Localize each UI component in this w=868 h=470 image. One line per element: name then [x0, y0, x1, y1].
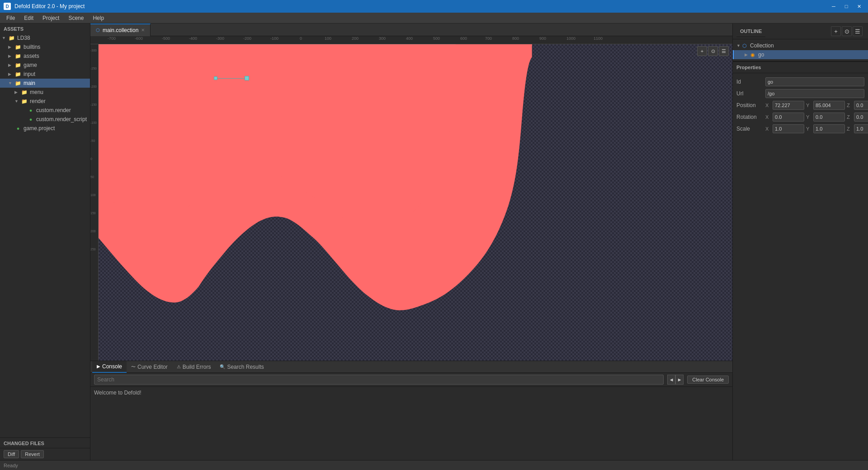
assets-header: Assets: [0, 24, 90, 33]
ruler-left: -300 -250 -200 -150 -100 -50 0 50 100 15…: [90, 44, 99, 361]
prop-row-position: Position X Y Z: [733, 99, 868, 111]
tab-curve-editor[interactable]: 〜 Curve Editor: [127, 361, 172, 373]
arrow-icon: ▶: [14, 90, 21, 94]
tree-item-game[interactable]: ▶ 📁 game: [0, 61, 90, 70]
tab-close-button[interactable]: ✕: [141, 28, 145, 33]
close-button[interactable]: ✕: [854, 2, 864, 10]
prop-rotation-label: Rotation: [736, 114, 764, 120]
expand-arrow: ▶: [745, 52, 749, 57]
tree-item-custom-render-script[interactable]: ▶ ● custom.render_script: [0, 115, 90, 124]
prop-position-y[interactable]: [813, 101, 845, 110]
arrow-icon: ▶: [8, 63, 14, 67]
expand-arrow: ▼: [736, 43, 741, 48]
app-icon: D: [4, 3, 11, 10]
gizmo-handle[interactable]: [214, 76, 217, 80]
menu-help[interactable]: Help: [88, 14, 108, 22]
tab-console[interactable]: ▶ Console: [92, 361, 127, 373]
search-icon: 🔍: [220, 364, 225, 369]
tree-item-builtins[interactable]: ▶ 📁 builtins: [0, 42, 90, 52]
folder-icon: 📁: [14, 61, 22, 69]
tree-item-custom-render[interactable]: ▶ ● custom.render: [0, 106, 90, 115]
tree-item-input[interactable]: ▶ 📁 input: [0, 70, 90, 79]
tree-label: custom.render_script: [36, 116, 87, 122]
ruler-top: -700 -600 -500 -400 -300 -200 -100 0 100…: [90, 36, 732, 44]
file-icon: ●: [27, 107, 34, 114]
viewport-add-button[interactable]: +: [697, 46, 707, 56]
prop-sx-label: X: [765, 126, 771, 132]
bottom-tabs: ▶ Console 〜 Curve Editor ⚠ Build Errors …: [90, 361, 732, 373]
prop-position-x[interactable]: [773, 101, 804, 110]
gizmo-endpoint[interactable]: [245, 76, 249, 80]
prop-ry-label: Y: [806, 114, 811, 120]
tree-item-main[interactable]: ▼ 📁 main: [0, 79, 90, 88]
go-icon: ◉: [749, 51, 756, 58]
folder-icon: 📁: [14, 70, 22, 78]
menu-project[interactable]: Project: [38, 14, 64, 22]
diff-button[interactable]: Diff: [4, 450, 19, 458]
outline-item-collection[interactable]: ▼ ⬡ Collection: [733, 41, 868, 50]
main-layout: Assets ▼ 📁 LD38 ▶ 📁 builtins ▶ 📁 assets …: [0, 24, 868, 460]
scene-canvas[interactable]: [99, 44, 732, 361]
prop-id-label: Id: [736, 79, 764, 85]
arrow-icon: ▶: [8, 54, 14, 58]
menu-edit[interactable]: Edit: [19, 14, 38, 22]
console-search-input[interactable]: [94, 375, 664, 385]
changed-files-section: Changed Files Diff Revert: [0, 433, 90, 460]
outline-item-go[interactable]: ▶ ◉ go: [733, 50, 868, 59]
console-next-button[interactable]: ►: [675, 375, 684, 385]
prop-scale-x[interactable]: [773, 124, 804, 133]
prop-position-z[interactable]: [854, 101, 868, 110]
prop-rotation-y[interactable]: [813, 113, 845, 122]
arrow-icon: ▼: [14, 99, 21, 103]
viewport-toolbar: + ⊙ ☰: [697, 46, 729, 56]
prop-rz-label: Z: [847, 114, 852, 120]
prop-url-input[interactable]: [765, 89, 864, 98]
maximize-button[interactable]: □: [841, 2, 852, 10]
tab-search-results[interactable]: 🔍 Search Results: [215, 361, 268, 373]
viewport-menu-button[interactable]: ☰: [719, 46, 729, 56]
tree-item-render[interactable]: ▼ 📁 render: [0, 97, 90, 106]
prop-url-label: Url: [736, 90, 764, 97]
outline-label: go: [758, 52, 764, 58]
viewport-center-button[interactable]: ⊙: [708, 46, 718, 56]
tree-item-game-project[interactable]: ▶ ● game.project: [0, 124, 90, 133]
outline-menu-button[interactable]: ☰: [853, 26, 863, 36]
tab-main-collection[interactable]: ⬡ main.collection ✕: [90, 24, 151, 36]
prop-rotation-z[interactable]: [854, 113, 868, 122]
tree-label: input: [24, 71, 35, 77]
folder-icon: 📁: [21, 89, 28, 96]
clear-console-button[interactable]: Clear Console: [687, 376, 729, 384]
tree-item-menu[interactable]: ▶ 📁 menu: [0, 88, 90, 97]
prop-rotation-x[interactable]: [773, 113, 804, 122]
viewport[interactable]: -700 -600 -500 -400 -300 -200 -100 0 100…: [90, 36, 732, 361]
prop-sy-label: Y: [806, 126, 811, 132]
folder-icon: 📁: [21, 98, 28, 105]
outline-center-button[interactable]: ⊙: [842, 26, 852, 36]
minimize-button[interactable]: ─: [828, 2, 839, 10]
revert-button[interactable]: Revert: [21, 450, 43, 458]
arrow-icon: ▼: [8, 81, 14, 85]
canvas-area[interactable]: [99, 44, 732, 361]
outline-add-button[interactable]: +: [831, 26, 841, 36]
outline-header-row: Outline + ⊙ ☰: [733, 24, 868, 39]
prop-scale-y[interactable]: [813, 124, 845, 133]
console-prev-button[interactable]: ◄: [667, 375, 675, 385]
tree-label: game: [24, 62, 37, 68]
prop-x-label: X: [765, 103, 771, 108]
tab-build-errors[interactable]: ⚠ Build Errors: [172, 361, 216, 373]
file-icon: ●: [14, 125, 22, 132]
console-nav: ◄ ►: [667, 375, 684, 385]
prop-id-input[interactable]: [765, 77, 864, 86]
outline-toolbar: + ⊙ ☰: [829, 25, 864, 37]
prop-scale-z[interactable]: [854, 124, 868, 133]
outline-header: Outline: [736, 26, 765, 37]
tree-item-LD38[interactable]: ▼ 📁 LD38: [0, 33, 90, 42]
menu-scene[interactable]: Scene: [64, 14, 88, 22]
prop-row-id: Id: [733, 76, 868, 88]
bottom-panel: ▶ Console 〜 Curve Editor ⚠ Build Errors …: [90, 361, 732, 460]
transform-gizmo[interactable]: [214, 74, 250, 83]
folder-icon: 📁: [14, 43, 22, 51]
prop-scale-label: Scale: [736, 126, 764, 132]
tree-item-assets[interactable]: ▶ 📁 assets: [0, 52, 90, 61]
menu-file[interactable]: File: [2, 14, 19, 22]
